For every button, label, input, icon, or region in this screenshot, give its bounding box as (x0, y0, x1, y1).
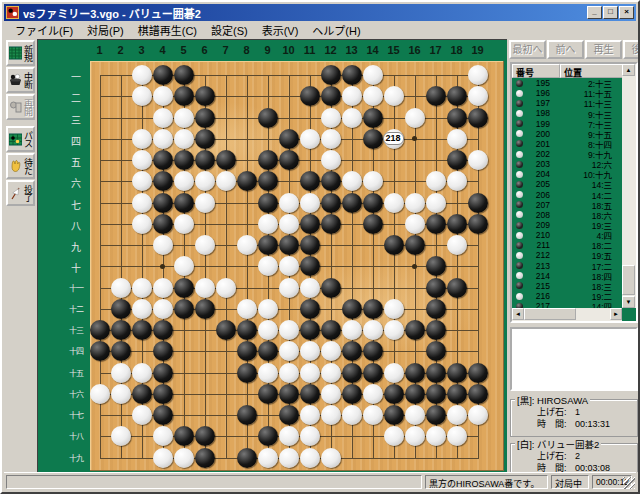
minimize-button[interactable]: _ (587, 6, 602, 19)
stone-black (426, 256, 446, 276)
captures-label: 上げ石: (537, 451, 567, 461)
move-number: 203 (526, 159, 550, 169)
row-coordinate-label: 二 (66, 90, 86, 105)
white-stone-icon (516, 252, 523, 259)
stone-white (363, 171, 383, 191)
stone-white (111, 426, 131, 446)
star-point (160, 264, 165, 269)
stone-black (300, 256, 320, 276)
go-board-area: 218 12345678910111213141516171819一二三四五六七… (37, 39, 507, 476)
menu-view[interactable]: 表示(V) (255, 20, 306, 40)
move-number: 199 (526, 119, 550, 129)
stone-black (237, 448, 257, 468)
resign-button[interactable]: 投了 (6, 180, 35, 206)
resize-grip[interactable] (623, 477, 635, 489)
row-coordinate-label: 六 (66, 175, 86, 190)
stone-white (363, 320, 383, 340)
stone-black (447, 278, 467, 298)
menu-settings[interactable]: 設定(S) (204, 20, 255, 40)
stone-black (237, 405, 257, 425)
move-list-header-number[interactable]: 番号 (512, 64, 560, 78)
stone-black (447, 86, 467, 106)
move-list[interactable]: 番号 位置 1952:十三19611:十五19711:十三1989:十三1997… (510, 62, 638, 323)
stone-black (447, 214, 467, 234)
white-stone-icon (516, 293, 523, 300)
nav-next-button[interactable]: 後へ (623, 40, 640, 59)
stone-white (153, 86, 173, 106)
stone-white (342, 320, 362, 340)
move-list-header-position[interactable]: 位置 (560, 64, 623, 78)
column-coordinate-label: 16 (405, 44, 425, 56)
stone-black (153, 214, 173, 234)
stone-white (132, 65, 152, 85)
stone-white (132, 129, 152, 149)
stone-black (405, 235, 425, 255)
resume-button[interactable]: 再開 (6, 94, 35, 120)
column-coordinate-label: 15 (384, 44, 404, 56)
stone-white (405, 193, 425, 213)
stone-white (300, 193, 320, 213)
move-number: 217 (526, 301, 550, 308)
stone-white (153, 235, 173, 255)
move-number: 204 (526, 169, 550, 179)
move-number: 213 (526, 261, 550, 271)
stone-black (111, 320, 131, 340)
stone-black (153, 341, 173, 361)
menu-help[interactable]: ヘルプ(H) (305, 20, 367, 40)
black-stone-icon (516, 242, 523, 249)
row-coordinate-label: 十七 (66, 409, 86, 420)
column-coordinate-label: 1 (90, 44, 110, 56)
nav-prev-button[interactable]: 前へ (547, 40, 584, 59)
stone-white (447, 405, 467, 425)
stone-black (237, 320, 257, 340)
maximize-button[interactable]: □ (603, 6, 618, 19)
stone-white (384, 363, 404, 383)
stone-white (216, 278, 236, 298)
go-board[interactable]: 218 (90, 61, 504, 471)
menu-file[interactable]: ファイル(F) (8, 20, 80, 40)
time-label: 時 間: (537, 463, 567, 472)
scroll-right-icon[interactable]: ► (610, 308, 622, 320)
white-player-title: [白]: バリュー囲碁2 (515, 437, 601, 451)
stone-white (384, 320, 404, 340)
close-button[interactable]: × (619, 6, 634, 19)
last-move-label: 218 (383, 132, 404, 145)
stone-black (90, 320, 110, 340)
scroll-thumb[interactable] (622, 265, 635, 295)
stone-white (405, 405, 425, 425)
menu-game[interactable]: 対局(P) (80, 20, 131, 40)
scroll-thumb[interactable] (524, 308, 576, 320)
stone-black (279, 405, 299, 425)
stone-white (405, 426, 425, 446)
stone-black (405, 320, 425, 340)
scroll-up-icon[interactable]: ▲ (622, 64, 635, 76)
stone-white (132, 405, 152, 425)
nav-play-button[interactable]: 再生 (585, 40, 622, 59)
black-player-box: [黒]: HIROSAWA 上げ石: 1 時 間: 00:13:31 (510, 399, 638, 437)
new-game-button[interactable]: 新規 (6, 40, 35, 66)
nav-first-button[interactable]: 最初へ (509, 40, 546, 59)
scroll-left-icon[interactable]: ◄ (512, 308, 524, 320)
time-value: 00:03:08 (575, 463, 610, 472)
stone-black (321, 278, 341, 298)
undo-button[interactable]: 待た (6, 153, 35, 179)
stone-black (468, 108, 488, 128)
column-coordinate-label: 10 (279, 44, 299, 56)
stone-white (174, 129, 194, 149)
move-row[interactable]: 21714:四 (512, 301, 622, 308)
move-list-vertical-scrollbar[interactable]: ▲ ▼ (622, 64, 636, 308)
column-coordinate-label: 7 (216, 44, 236, 56)
move-list-horizontal-scrollbar[interactable]: ◄ ► (512, 308, 622, 321)
stone-black (153, 320, 173, 340)
pass-button[interactable]: パス (6, 126, 35, 152)
stone-white (279, 193, 299, 213)
move-list-body: 1952:十三19611:十五19711:十三1989:十三1997:十三200… (512, 78, 622, 308)
stone-white (321, 448, 341, 468)
hand-icon (9, 159, 22, 173)
menu-replay[interactable]: 棋譜再生(C) (131, 20, 204, 40)
scroll-down-icon[interactable]: ▼ (622, 296, 635, 308)
white-stone-icon (516, 191, 523, 198)
row-coordinate-label: 十六 (66, 388, 86, 399)
interrupt-button[interactable]: 中断 (6, 67, 35, 93)
stone-white (258, 214, 278, 234)
